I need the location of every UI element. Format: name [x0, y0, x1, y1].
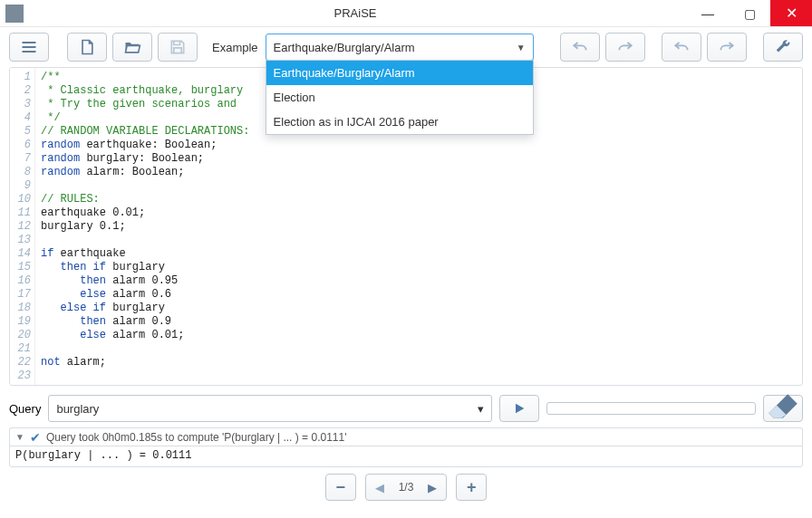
- new-file-button[interactable]: [67, 33, 107, 62]
- run-query-button[interactable]: [499, 395, 539, 422]
- save-file-button[interactable]: [158, 33, 198, 62]
- query-label: Query: [9, 402, 41, 416]
- next-page-button[interactable]: ▶: [419, 481, 446, 494]
- query-combo[interactable]: burglary ▾: [48, 395, 492, 422]
- undo-button[interactable]: [560, 33, 600, 62]
- line-gutter: 1234567891011121314151617181920212223: [10, 68, 35, 385]
- wrench-icon: [774, 38, 792, 56]
- main-toolbar: Example Earthquake/Burglary/Alarm ▼ Eart…: [0, 27, 812, 67]
- example-combo[interactable]: Earthquake/Burglary/Alarm ▼: [266, 34, 534, 61]
- window-title: PRAiSE: [24, 6, 687, 20]
- example-combo-value: Earthquake/Burglary/Alarm: [274, 41, 415, 54]
- undo-icon: [571, 38, 589, 56]
- query-status-bar[interactable]: ▼ ✔ Query took 0h0m0.185s to compute 'P(…: [9, 427, 803, 446]
- add-page-button[interactable]: +: [456, 474, 487, 501]
- prev-page-button[interactable]: ◀: [366, 481, 393, 494]
- query-value: burglary: [56, 402, 99, 416]
- pager: − ◀ 1/3 ▶ +: [0, 467, 812, 507]
- chevron-down-icon: ▼: [15, 432, 24, 442]
- redo-button[interactable]: [605, 33, 645, 62]
- chevron-down-icon: ▾: [478, 402, 484, 416]
- query-result: P(burglary | ... ) = 0.0111: [9, 446, 803, 467]
- clear-button[interactable]: [763, 395, 803, 422]
- example-dropdown: Earthquake/Burglary/Alarm Election Elect…: [266, 60, 534, 135]
- dropdown-option-election[interactable]: Election: [266, 85, 533, 110]
- window-controls: — ▢ ✕: [687, 0, 812, 26]
- check-icon: ✔: [30, 430, 41, 445]
- example-label: Example: [212, 41, 258, 54]
- example-combo-wrap: Earthquake/Burglary/Alarm ▼ Earthquake/B…: [266, 34, 534, 61]
- open-folder-icon: [123, 38, 141, 56]
- undo-all-button[interactable]: [662, 33, 701, 62]
- menu-icon: [20, 38, 38, 56]
- page-nav: ◀ 1/3 ▶: [365, 474, 448, 501]
- settings-button[interactable]: [763, 33, 803, 62]
- query-row: Query burglary ▾: [0, 386, 812, 427]
- redo-all-button[interactable]: [707, 33, 747, 62]
- minimize-button[interactable]: —: [687, 0, 729, 26]
- progress-bar: [546, 402, 756, 415]
- redo-icon: [616, 38, 634, 56]
- page-indicator: 1/3: [393, 481, 420, 494]
- remove-page-button[interactable]: −: [325, 474, 356, 501]
- open-file-button[interactable]: [112, 33, 152, 62]
- save-icon: [169, 38, 187, 56]
- title-bar: PRAiSE — ▢ ✕: [0, 0, 812, 27]
- maximize-button[interactable]: ▢: [729, 0, 770, 26]
- menu-button[interactable]: [9, 33, 49, 62]
- new-file-icon: [78, 38, 96, 56]
- play-icon: [512, 401, 527, 416]
- app-icon: [5, 5, 24, 23]
- dropdown-option-election-ijcai[interactable]: Election as in IJCAI 2016 paper: [266, 110, 533, 134]
- dropdown-option-earthquake[interactable]: Earthquake/Burglary/Alarm: [266, 61, 533, 85]
- eraser-icon: [764, 389, 802, 427]
- chevron-down-icon: ▼: [517, 43, 526, 53]
- undo-all-icon: [672, 38, 691, 56]
- close-button[interactable]: ✕: [770, 0, 812, 26]
- redo-all-icon: [718, 38, 736, 56]
- query-status-text: Query took 0h0m0.185s to compute 'P(burg…: [46, 431, 347, 444]
